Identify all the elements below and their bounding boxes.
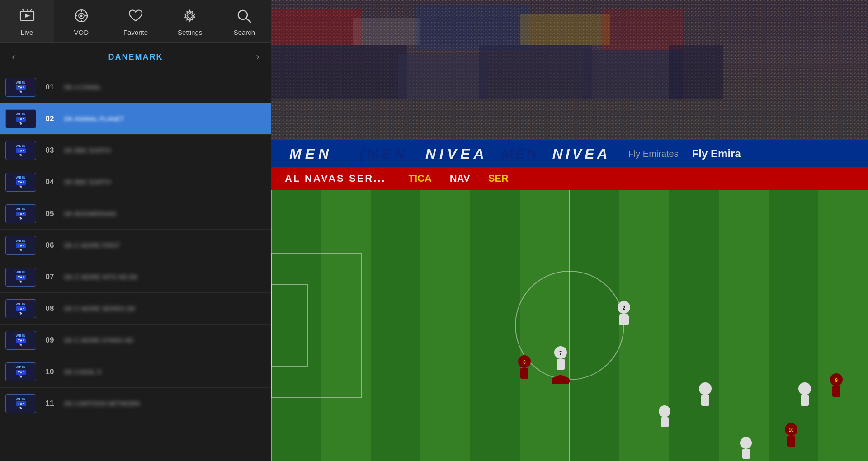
channel-name: DK CARTOON NETWORK [64, 400, 266, 407]
channel-name: DK BBC EARTH [64, 179, 266, 186]
search-icon [236, 8, 253, 26]
category-next-button[interactable]: › [244, 47, 271, 66]
vod-icon [73, 8, 90, 26]
channel-logo: WEIN TV + 📡 [5, 236, 36, 255]
channel-number: 04 [42, 178, 58, 187]
channel-number: 03 [42, 146, 58, 155]
vod-label: VOD [74, 28, 89, 36]
sidebar: Live VOD Favorite Settings Search ‹ DANE… [0, 0, 271, 461]
nav-search[interactable]: Search [217, 0, 271, 42]
channel-logo: WEIN TV + 📡 [5, 299, 36, 318]
channel-item[interactable]: WEIN TV + 📡 05DK BOOMERANG [0, 198, 271, 230]
channel-item[interactable]: WEIN TV + 📡 07DK C MORE HITS HD DK [0, 261, 271, 293]
channel-logo: WEIN TV + 📡 [5, 173, 36, 192]
nav-favorite[interactable]: Favorite [108, 0, 163, 42]
channel-item[interactable]: WEIN TV + 📡 04DK BBC EARTH [0, 166, 271, 198]
channel-item[interactable]: WEIN TV + 📡 03DK BBC EARTH [0, 135, 271, 166]
channel-item[interactable]: WEIN TV + 📡 10DK CANAL 9 [0, 356, 271, 388]
svg-point-12 [188, 14, 192, 18]
video-panel: MEN (MEN NIVEA MEN NIVEA Fly Emirates Fl… [271, 0, 868, 461]
svg-line-2 [22, 9, 24, 11]
channel-number: 02 [42, 114, 58, 123]
channel-number: 10 [42, 367, 58, 376]
channel-logo: WEIN TV + 📡 [5, 362, 36, 381]
channel-name: DK CANAL 9 [64, 368, 266, 376]
channel-name: DK C MORE HITS HD DK [64, 273, 266, 281]
channel-logo: WEIN TV + 📡 [5, 394, 36, 413]
settings-label: Settings [178, 28, 202, 36]
nav-settings[interactable]: Settings [163, 0, 217, 42]
nav-live[interactable]: Live [0, 0, 54, 42]
channel-number: 08 [42, 304, 58, 313]
live-icon [19, 8, 36, 26]
live-label: Live [21, 28, 33, 36]
top-nav: Live VOD Favorite Settings Search [0, 0, 271, 43]
channel-item[interactable]: WEIN TV + 📡 01DK 4 CANAL [0, 71, 271, 103]
video-overlay [271, 0, 868, 461]
channel-name: DK C MORE STARS HD [64, 337, 266, 344]
channel-item[interactable]: WEIN TV + 📡 08DK C MORE SERIES DK [0, 293, 271, 325]
channel-list: WEIN TV + 📡 01DK 4 CANAL WEIN TV + 📡 02D… [0, 71, 271, 461]
channel-name: DK BBC EARTH [64, 147, 266, 154]
channel-name: DK 4 CANAL [64, 84, 266, 91]
channel-logo: WEIN TV + 📡 [5, 331, 36, 350]
svg-line-14 [246, 19, 251, 23]
channel-logo: WEIN TV + 📡 [5, 204, 36, 223]
svg-point-7 [80, 15, 82, 17]
channel-name: DK BOOMERANG [64, 210, 266, 217]
search-label: Search [234, 28, 255, 36]
category-bar: ‹ DANEMARK › [0, 43, 271, 71]
channel-number: 09 [42, 336, 58, 345]
svg-marker-1 [25, 14, 30, 18]
channel-item[interactable]: WEIN TV + 📡 09DK C MORE STARS HD [0, 325, 271, 356]
category-prev-button[interactable]: ‹ [0, 47, 27, 66]
heart-icon [127, 8, 144, 26]
channel-logo: WEIN TV + 📡 [5, 268, 36, 287]
channel-item[interactable]: WEIN TV + 📡 02DK ANIMAL PLANET [0, 103, 271, 135]
channel-number: 01 [42, 83, 58, 92]
category-name: DANEMARK [27, 52, 244, 62]
channel-logo: WEIN TV + 📡 [5, 78, 36, 97]
channel-item[interactable]: WEIN TV + 📡 11DK CARTOON NETWORK [0, 388, 271, 419]
channel-number: 11 [42, 399, 58, 408]
nav-vod[interactable]: VOD [54, 0, 108, 42]
svg-line-3 [30, 9, 32, 11]
favorite-label: Favorite [123, 28, 148, 36]
channel-name: DK C MORE FIRST [64, 242, 266, 249]
channel-name: DK C MORE SERIES DK [64, 305, 266, 312]
settings-icon [181, 8, 198, 26]
channel-name: DK ANIMAL PLANET [64, 115, 266, 122]
channel-number: 05 [42, 209, 58, 218]
channel-logo: WEIN TV + 📡 [5, 109, 36, 128]
channel-number: 06 [42, 241, 58, 250]
channel-item[interactable]: WEIN TV + 📡 06DK C MORE FIRST [0, 230, 271, 261]
channel-logo: WEIN TV + 📡 [5, 141, 36, 160]
channel-number: 07 [42, 273, 58, 282]
